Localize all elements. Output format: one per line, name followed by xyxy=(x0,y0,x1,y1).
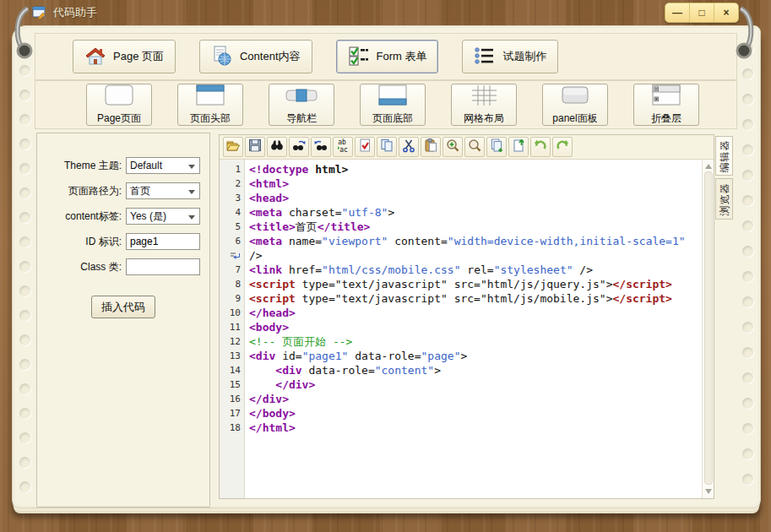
perforation-dot xyxy=(742,246,753,257)
class-input[interactable] xyxy=(130,261,196,273)
code-line: 7<link href="html/css/mobile.css" rel="s… xyxy=(220,263,702,277)
title-bar: 代码助手 xyxy=(0,0,771,25)
perforation-dot xyxy=(19,236,30,247)
code-line: 8<script type="text/javascript" src="htm… xyxy=(220,277,702,291)
code-text: <html> xyxy=(245,176,289,191)
code-area[interactable]: 1<!doctype html>2<html>3<head>4<meta cha… xyxy=(220,160,714,498)
replace-button[interactable]: abac xyxy=(333,137,353,157)
perforation-dot xyxy=(19,261,30,272)
side-tab-browser[interactable]: 浏览器 xyxy=(715,178,733,220)
theme-select[interactable]: Default xyxy=(126,157,200,174)
minimize-button[interactable]: — xyxy=(665,3,690,22)
insert-code-button[interactable]: 插入代码 xyxy=(91,296,155,318)
zoom-in-button[interactable] xyxy=(443,137,463,157)
component-button-label: 折叠层 xyxy=(651,111,681,126)
code-editor: abac 1<!doctype html>2<html>3<head>4<met… xyxy=(219,134,714,499)
field-row-class: Class 类: xyxy=(37,258,203,275)
code-text: <meta name="viewport" content="width=dev… xyxy=(245,234,686,248)
component-button-navbar[interactable]: 导航栏 xyxy=(269,84,334,126)
component-button-label: Page页面 xyxy=(97,111,141,126)
copy-button[interactable] xyxy=(377,137,397,157)
window-title: 代码助手 xyxy=(53,5,97,20)
perforation-dot xyxy=(742,68,753,79)
content-icon xyxy=(211,46,233,68)
undo-button[interactable] xyxy=(530,137,551,157)
perforation-dot xyxy=(19,187,30,198)
nav-tabs: Page 页面Content内容Form 表单试题制作 xyxy=(35,33,737,80)
id-input[interactable] xyxy=(130,236,196,247)
line-number: 5 xyxy=(220,220,245,234)
theme-label: Theme 主题: xyxy=(37,159,126,173)
nav-tab-quiz[interactable]: 试题制作 xyxy=(462,40,558,73)
line-number: 9 xyxy=(220,291,245,306)
open-button[interactable] xyxy=(223,137,243,157)
component-button-panel[interactable]: panel面板 xyxy=(542,84,608,126)
maximize-button[interactable]: □ xyxy=(690,3,714,22)
find-icon xyxy=(269,138,285,156)
component-buttons: Page页面页面头部导航栏页面底部网格布局panel面板折叠层 xyxy=(35,80,737,129)
code-line: 14 <div data-role="content"> xyxy=(220,363,702,377)
list-icon xyxy=(474,46,496,68)
nav-tab-content[interactable]: Content内容 xyxy=(199,40,312,73)
nav-tab-form[interactable]: Form 表单 xyxy=(336,40,439,73)
component-button-grid-layout[interactable]: 网格布局 xyxy=(451,84,517,126)
zoom-out-button[interactable] xyxy=(464,137,485,157)
paste-button[interactable] xyxy=(421,137,441,157)
field-row-theme: Theme 主题:Default xyxy=(37,157,203,174)
side-tab-editor[interactable]: 编辑器 xyxy=(715,136,733,176)
duplicate-button[interactable] xyxy=(486,137,507,157)
code-text: <script type="text/javascript" src="html… xyxy=(245,277,672,291)
line-number: 8 xyxy=(220,277,245,291)
code-line: 3<head> xyxy=(220,191,702,205)
header-icon xyxy=(192,84,229,111)
component-button-page-header[interactable]: 页面头部 xyxy=(177,84,243,126)
perforation-dot xyxy=(19,359,30,370)
perforation-dot xyxy=(19,138,30,149)
code-text: <!doctype html> xyxy=(245,162,348,176)
scroll-down-button[interactable] xyxy=(705,489,712,494)
svg-text:ac: ac xyxy=(339,146,348,154)
find-button[interactable] xyxy=(267,137,287,157)
nav-tab-label: Page 页面 xyxy=(113,49,164,64)
class-label: Class 类: xyxy=(37,260,126,274)
validate-button[interactable] xyxy=(355,137,375,157)
zoom-in-icon xyxy=(445,138,460,156)
perforation-dot xyxy=(19,383,30,394)
find-next-button[interactable] xyxy=(289,137,309,157)
content-tag-select[interactable]: Yes (是) xyxy=(126,208,200,225)
code-text: </html> xyxy=(245,421,296,435)
component-button-page[interactable]: Page页面 xyxy=(86,84,152,126)
nav-tab-label: 试题制作 xyxy=(502,49,546,64)
code-text: <div id="page1" data-role="page"> xyxy=(245,349,467,363)
page-path-select[interactable]: 首页 xyxy=(126,182,200,199)
id-field xyxy=(126,233,200,250)
side-tab-label: 浏览器 xyxy=(717,182,731,215)
editor-scrollbar[interactable] xyxy=(702,160,714,498)
perforation-dot xyxy=(19,65,30,76)
line-number: 6 xyxy=(220,234,245,248)
id-label: ID 标识: xyxy=(37,235,126,249)
perforation-dot xyxy=(19,481,30,492)
line-number: 13 xyxy=(220,349,245,363)
perforation-dot xyxy=(19,114,30,125)
save-button[interactable] xyxy=(245,137,265,157)
component-button-collapsible[interactable]: 折叠层 xyxy=(633,84,699,126)
redo-button[interactable] xyxy=(552,137,573,157)
page-icon xyxy=(100,84,138,111)
nav-tab-page[interactable]: Page 页面 xyxy=(73,40,176,73)
find-previous-button[interactable] xyxy=(311,137,331,157)
cut-button[interactable] xyxy=(399,137,419,157)
field-row-id: ID 标识: xyxy=(37,233,203,250)
perforation-dot xyxy=(742,271,753,282)
scrollbar-thumb[interactable] xyxy=(704,171,713,485)
code-line: 4<meta charset="utf-8"> xyxy=(220,205,702,220)
code-line: 2<html> xyxy=(220,176,702,191)
replace-icon: abac xyxy=(335,138,350,156)
line-number: 16 xyxy=(220,392,245,406)
scroll-up-button[interactable] xyxy=(705,164,712,169)
field-row-page-path: 页面路径为:首页 xyxy=(37,182,203,199)
perforation-dot xyxy=(19,285,30,296)
export-button[interactable] xyxy=(508,137,529,157)
perforation-dot xyxy=(742,398,753,409)
component-button-page-footer[interactable]: 页面底部 xyxy=(360,84,426,126)
